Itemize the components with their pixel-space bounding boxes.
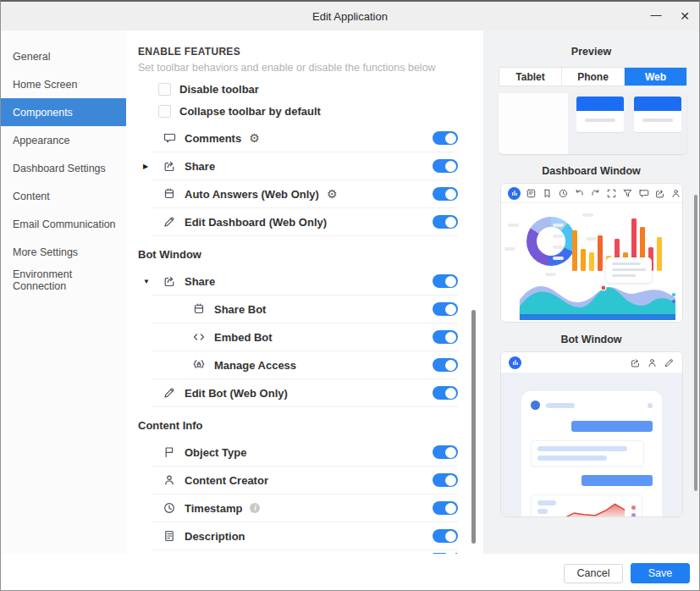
feature-row-auto-answers-web-only: Auto Answers (Web Only)⚙	[152, 180, 458, 208]
app-logo-icon	[508, 187, 521, 200]
toggle-share-bot[interactable]	[433, 302, 458, 316]
caret-collapsed-icon[interactable]: ▶	[143, 163, 153, 170]
toggle-comments[interactable]	[433, 131, 458, 145]
feature-row-share: ▶Share	[152, 152, 458, 180]
toggle-partial[interactable]	[433, 553, 458, 554]
sidebar-item-environment-connection[interactable]: Environment Connection	[1, 266, 126, 294]
sidebar-item-dashboard-settings[interactable]: Dashboard Settings	[1, 154, 126, 182]
sidebar-item-appearance[interactable]: Appearance	[1, 126, 126, 154]
sidebar: GeneralHome ScreenComponentsAppearanceDa…	[1, 30, 126, 554]
edit-application-dialog: Edit Application — ✕ GeneralHome ScreenC…	[0, 0, 700, 591]
toggle-edit-dashboard-web-only[interactable]	[433, 215, 458, 229]
tab-phone[interactable]: Phone	[562, 68, 625, 86]
feature-row-comments: Comments⚙	[152, 124, 458, 152]
person-icon	[162, 473, 176, 488]
pencil-icon	[162, 386, 176, 400]
toggle-embed-bot[interactable]	[433, 330, 458, 344]
gear-icon[interactable]: ⚙	[327, 188, 338, 200]
cancel-button[interactable]: Cancel	[564, 564, 623, 583]
share-icon	[630, 357, 641, 368]
bot-avatar	[531, 400, 540, 410]
tab-tablet[interactable]: Tablet	[499, 68, 562, 86]
close-icon[interactable]: ✕	[677, 10, 692, 22]
user-message-bubble	[581, 475, 653, 486]
person-icon	[670, 188, 681, 199]
caret-expanded-icon[interactable]: ▼	[143, 278, 153, 285]
sidebar-item-home-screen[interactable]: Home Screen	[1, 70, 126, 98]
feature-row-edit-bot-web-only: Edit Bot (Web Only)	[152, 379, 458, 407]
tab-web[interactable]: Web	[625, 68, 686, 86]
toggle-share[interactable]	[433, 159, 458, 173]
bar	[598, 235, 603, 271]
minimize-icon[interactable]: —	[648, 9, 664, 20]
bot-chart-card	[531, 494, 642, 516]
chart-label-dash	[504, 247, 515, 251]
feature-label: Share	[185, 160, 215, 173]
checkbox-row-collapse-toolbar-by-default: Collapse toolbar by default	[158, 105, 483, 118]
preview-mini-card	[576, 97, 624, 132]
donut-chart	[526, 217, 576, 266]
save-button[interactable]: Save	[631, 563, 690, 583]
sidebar-item-more-settings[interactable]: More Settings	[1, 238, 126, 266]
share-icon	[162, 159, 176, 174]
undo-icon	[574, 188, 585, 199]
main-scrollbar[interactable]	[471, 310, 476, 544]
dashboard-window-label: Dashboard Window	[483, 165, 699, 177]
sidebar-item-email-communication[interactable]: Email Communication	[1, 210, 126, 238]
history-icon	[558, 188, 569, 199]
group-header-content-info: Content Info	[138, 419, 483, 432]
feature-row-share: ▼Share	[152, 268, 458, 296]
toggle-description[interactable]	[433, 529, 458, 543]
toggle-auto-answers-web-only[interactable]	[433, 187, 458, 201]
checkbox-label: Disable toolbar	[179, 83, 259, 96]
section-heading: ENABLE FEATURES	[138, 46, 483, 58]
dialog-footer: Cancel Save	[1, 554, 699, 591]
comment-icon	[162, 131, 176, 146]
area-chart	[511, 268, 675, 322]
sidebar-item-general[interactable]: General	[1, 42, 126, 70]
feature-row-embed-bot: Embed Bot	[152, 323, 458, 351]
feature-row-partial	[152, 553, 458, 554]
checkbox-collapse-toolbar-by-default[interactable]	[158, 105, 171, 118]
toggle-content-creator[interactable]	[433, 473, 458, 487]
comment-icon	[638, 188, 649, 199]
preview-scrollbar[interactable]	[694, 195, 697, 491]
feature-row-object-type: Object Type	[152, 439, 458, 467]
dashboard-window-preview	[500, 183, 683, 323]
share-icon	[162, 274, 176, 289]
user-message-bubble	[571, 421, 653, 432]
checkbox-label: Collapse toolbar by default	[179, 105, 321, 118]
toggle-share[interactable]	[433, 274, 458, 288]
app-logo-icon	[509, 356, 521, 369]
gear-icon[interactable]: ⚙	[249, 132, 260, 144]
toggle-manage-access[interactable]	[433, 358, 458, 372]
toggle-edit-bot-web-only[interactable]	[433, 386, 458, 400]
expand-icon	[606, 188, 617, 199]
preview-title: Preview	[483, 46, 699, 58]
share-icon	[654, 188, 665, 199]
feature-label: Timestamp	[185, 502, 242, 515]
feature-label: Embed Bot	[214, 331, 273, 344]
feature-row-timestamp: Timestampi	[152, 494, 458, 522]
feature-row-share-bot: Share Bot	[152, 296, 458, 323]
sidebar-item-content[interactable]: Content	[1, 182, 126, 210]
redo-icon	[590, 188, 601, 199]
group-header-bot-window: Bot Window	[138, 248, 483, 261]
titlebar: Edit Application — ✕	[1, 2, 699, 30]
preview-device-tabs: TabletPhoneWeb	[499, 67, 687, 86]
info-icon: i	[250, 503, 260, 513]
access-icon	[191, 358, 206, 373]
feature-label: Edit Bot (Web Only)	[185, 387, 288, 400]
preview-sidebar-mock	[499, 93, 568, 154]
document-icon	[162, 529, 176, 544]
window-title: Edit Application	[312, 10, 388, 23]
bar	[657, 237, 662, 271]
sidebar-item-components[interactable]: Components	[1, 98, 126, 126]
toggle-object-type[interactable]	[433, 445, 458, 459]
checkbox-row-disable-toolbar: Disable toolbar	[158, 83, 483, 96]
checkbox-disable-toolbar[interactable]	[158, 83, 171, 96]
toggle-timestamp[interactable]	[433, 501, 458, 515]
feature-row-edit-dashboard-web-only: Edit Dashboard (Web Only)	[152, 208, 458, 236]
home-screen-preview	[499, 93, 687, 154]
feature-label: Content Creator	[185, 474, 268, 487]
